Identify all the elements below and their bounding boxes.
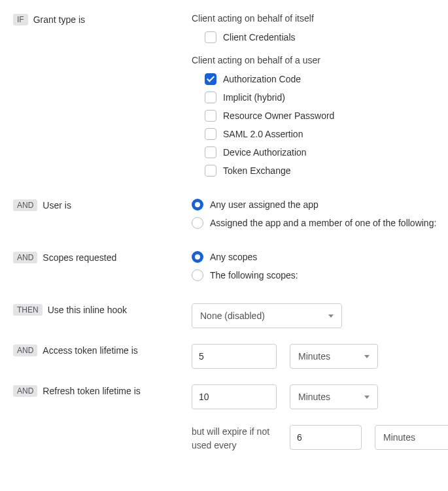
checkbox-row-client-credentials: Client Credentials [205, 31, 448, 43]
checkbox-row-implicit: Implicit (hybrid) [205, 92, 448, 103]
row-user-is: AND User is Any user assigned the app As… [13, 199, 448, 235]
select-refresh-unit[interactable]: Minutes [290, 384, 378, 409]
row-inline-hook: THEN Use this inline hook None (disabled… [13, 303, 448, 328]
tag-and: AND [13, 385, 37, 397]
label-col: THEN Use this inline hook [13, 303, 192, 316]
control-col-refresh: Minutes but will expire if not used ever… [192, 384, 448, 452]
radio-any-user[interactable] [192, 199, 203, 211]
radio-following-scopes[interactable] [192, 269, 203, 281]
heading-client-self: Client acting on behalf of itself [192, 13, 448, 24]
control-col-grant: Client acting on behalf of itself Client… [192, 13, 448, 183]
label-any-scopes: Any scopes [210, 251, 257, 263]
label-inline-hook: Use this inline hook [48, 305, 127, 315]
label-col: AND Scopes requested [13, 251, 192, 264]
checkbox-resource-owner[interactable] [205, 110, 216, 122]
row-grant-type: IF Grant type is Client acting on behalf… [13, 13, 448, 183]
label-any-user: Any user assigned the app [210, 199, 319, 211]
select-value: Minutes [298, 392, 330, 402]
label-refresh-token: Refresh token lifetime is [43, 386, 140, 396]
label-device-auth: Device Authorization [223, 146, 307, 158]
label-col: AND Access token lifetime is [13, 344, 192, 357]
label-authorization-code: Authorization Code [223, 73, 301, 85]
label-user-is: User is [43, 200, 71, 211]
radio-row-following-scopes: The following scopes: [192, 269, 448, 281]
label-grant-type: Grant type is [33, 14, 85, 25]
chevron-down-icon [364, 355, 370, 358]
label-resource-owner: Resource Owner Password [223, 110, 334, 122]
label-token-exchange: Token Exchange [223, 165, 291, 177]
row-refresh-token: AND Refresh token lifetime is Minutes bu… [13, 384, 448, 452]
label-access-token: Access token lifetime is [43, 345, 138, 356]
checkbox-device-auth[interactable] [205, 146, 216, 158]
radio-member-user[interactable] [192, 217, 203, 229]
tag-then: THEN [13, 304, 43, 316]
select-expire-unit[interactable]: Minutes [375, 425, 448, 450]
label-col: AND Refresh token lifetime is [13, 384, 192, 398]
checkbox-row-resource-owner: Resource Owner Password [205, 110, 448, 122]
control-col-access: Minutes [192, 344, 448, 369]
select-inline-hook[interactable]: None (disabled) [192, 303, 342, 328]
label-saml: SAML 2.0 Assertion [223, 128, 303, 140]
checkbox-implicit[interactable] [205, 92, 216, 103]
select-value: None (disabled) [200, 311, 265, 321]
radio-any-scopes[interactable] [192, 251, 203, 263]
tag-and: AND [13, 199, 37, 211]
label-scopes: Scopes requested [43, 252, 116, 263]
label-col: AND User is [13, 199, 192, 212]
checkbox-client-credentials[interactable] [205, 31, 216, 43]
input-access-value[interactable] [192, 344, 277, 369]
label-client-credentials: Client Credentials [223, 31, 296, 43]
sub-row-expire: but will expire if not used every Minute… [192, 425, 448, 452]
inline-controls-refresh: Minutes [192, 384, 448, 409]
select-value: Minutes [298, 351, 330, 362]
select-value: Minutes [383, 432, 415, 443]
tag-and: AND [13, 252, 37, 263]
control-col-user: Any user assigned the app Assigned the a… [192, 199, 448, 235]
checkbox-row-auth-code: Authorization Code [205, 73, 448, 85]
checkbox-row-token-exchange: Token Exchange [205, 165, 448, 177]
checkbox-authorization-code[interactable] [205, 73, 216, 85]
control-col-scopes: Any scopes The following scopes: [192, 251, 448, 288]
tag-and: AND [13, 345, 37, 356]
label-implicit: Implicit (hybrid) [223, 92, 285, 103]
inline-controls-access: Minutes [192, 344, 448, 369]
checkbox-row-saml: SAML 2.0 Assertion [205, 128, 448, 140]
chevron-down-icon [364, 396, 370, 399]
row-scopes: AND Scopes requested Any scopes The foll… [13, 251, 448, 288]
select-access-unit[interactable]: Minutes [290, 344, 378, 369]
heading-client-user: Client acting on behalf of a user [192, 55, 448, 65]
checkbox-token-exchange[interactable] [205, 165, 216, 177]
radio-row-any-scopes: Any scopes [192, 251, 448, 263]
input-expire-value[interactable] [290, 425, 362, 450]
label-expire-prefix: but will expire if not used every [192, 425, 277, 452]
label-col: IF Grant type is [13, 13, 192, 26]
control-col-hook: None (disabled) [192, 303, 448, 328]
row-access-token: AND Access token lifetime is Minutes [13, 344, 448, 369]
label-member-user: Assigned the app and a member of one of … [210, 217, 436, 229]
radio-row-member-user: Assigned the app and a member of one of … [192, 217, 448, 229]
radio-row-any-user: Any user assigned the app [192, 199, 448, 211]
input-refresh-value[interactable] [192, 384, 277, 409]
label-following-scopes: The following scopes: [210, 269, 298, 281]
checkbox-saml[interactable] [205, 128, 216, 140]
checkbox-row-device-auth: Device Authorization [205, 146, 448, 158]
tag-if: IF [13, 14, 28, 25]
policy-rule-form: IF Grant type is Client acting on behalf… [13, 13, 448, 452]
chevron-down-icon [328, 314, 334, 318]
